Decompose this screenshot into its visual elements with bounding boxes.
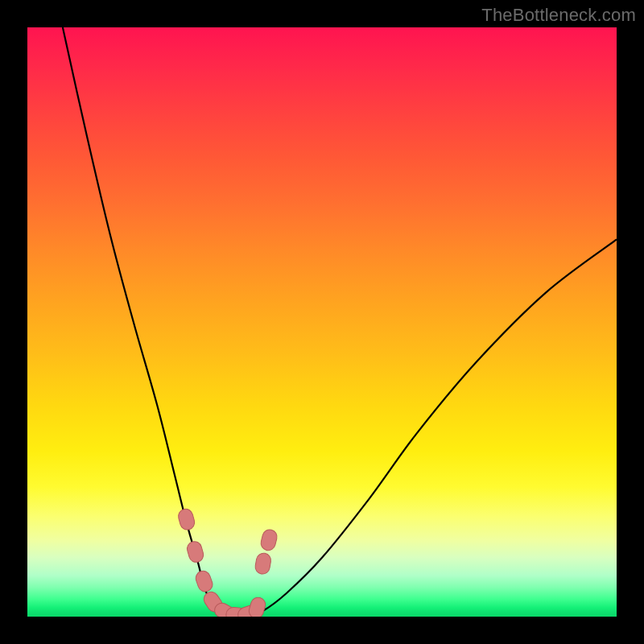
plot-area (27, 27, 617, 617)
curve-marker (185, 540, 204, 564)
curve-marker (194, 569, 215, 594)
curve-marker (247, 596, 267, 617)
curve-marker (176, 507, 196, 531)
curve-marker (254, 552, 272, 576)
chart-svg (27, 27, 617, 617)
curve-marker (259, 528, 279, 552)
marker-group (176, 507, 278, 617)
watermark-text: TheBottleneck.com (481, 5, 636, 26)
bottleneck-curve (63, 27, 617, 617)
chart-frame: TheBottleneck.com (0, 0, 644, 644)
